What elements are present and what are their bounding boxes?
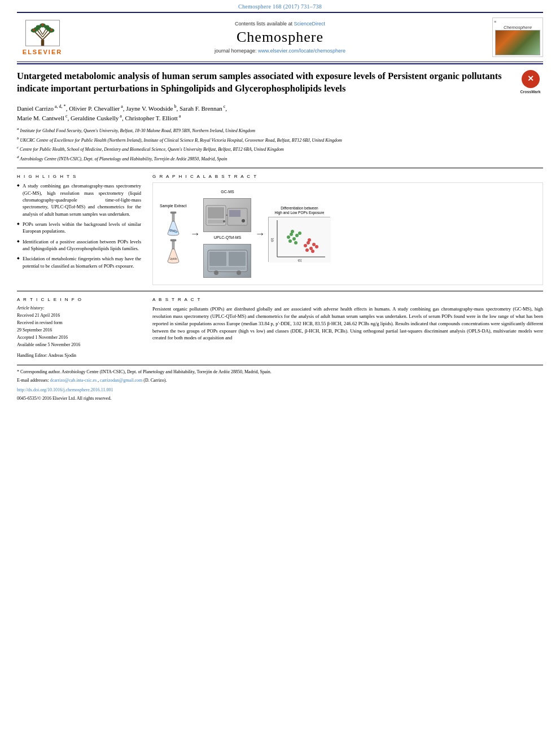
svg-rect-35 [209, 267, 246, 270]
ga-extract-column: Sample Extract POPs [160, 204, 186, 264]
ga-scatter-column: Differentiation betweenHigh and Low POPs… [268, 206, 330, 262]
article-history: Article history: Received 21 April 2016 … [17, 305, 141, 348]
svg-point-54 [308, 238, 311, 242]
svg-point-46 [291, 230, 294, 233]
gcms-label: GC-MS [221, 190, 234, 194]
highlights-heading: H I G H L I G H T S [17, 174, 141, 179]
received-original: Received 21 April 2016 Received in revis… [17, 312, 141, 348]
crossmark-badge[interactable]: ✕ CrossMark [518, 70, 543, 94]
crossmark-icon: ✕ [522, 70, 540, 88]
svg-point-37 [237, 270, 241, 275]
svg-rect-0 [41, 40, 43, 46]
highlight-item-3: Identification of a positive association… [17, 238, 141, 252]
homepage-line: journal homepage: www.elsevier.com/locat… [79, 48, 481, 54]
abstract-section: A B S T R A C T Persistent organic pollu… [152, 297, 543, 358]
journal-cover-top: ≡ [494, 20, 541, 24]
svg-point-27 [223, 220, 225, 222]
svg-text:t[2]: t[2] [270, 238, 274, 242]
svg-text:t[1]: t[1] [298, 259, 303, 262]
svg-point-56 [315, 245, 318, 248]
footer-notes: * Corresponding author. Astrobiology Cen… [0, 369, 560, 408]
article-info: A R T I C L E I N F O Article history: R… [17, 297, 141, 358]
svg-point-15 [50, 29, 53, 31]
ga-arrow-1: → [190, 228, 200, 240]
ga-instruments-column: GC-MS [203, 190, 251, 278]
ga-heading: G R A P H I C A L A B S T R A C T [152, 174, 543, 179]
differentiation-label: Differentiation betweenHigh and Low POPs… [268, 206, 330, 216]
journal-citation: Chemosphere 168 (2017) 731–738 [238, 3, 322, 10]
ga-box: Sample Extract POPs [152, 182, 543, 285]
svg-rect-33 [209, 252, 226, 266]
author-cuskelly: Geraldine Cuskelly [71, 114, 119, 121]
svg-point-53 [312, 243, 316, 246]
article-title: Untargeted metabolomic analysis of human… [17, 70, 543, 95]
svg-point-44 [288, 239, 292, 243]
highlights-section: H I G H L I G H T S A study combining ga… [17, 174, 141, 285]
svg-rect-25 [208, 207, 224, 219]
author-chevallier: Olivier P. Chevallier [69, 104, 120, 111]
contents-line: Contents lists available at ScienceDirec… [79, 21, 481, 27]
svg-point-48 [298, 231, 301, 235]
affil-d: d Astrobiology Centre (INTA-CSIC), Dept.… [17, 154, 543, 163]
elsevier-wordmark: ELSEVIER [23, 49, 62, 55]
abstract-text: Persistent organic pollutants (POPs) are… [152, 305, 543, 342]
highlight-item-4: Elucidation of metabolomic fingerprints … [17, 255, 141, 269]
elsevier-logo: ELSEVIER [17, 19, 68, 55]
doi-link[interactable]: http://dx.doi.org/10.1016/j.chemosphere.… [17, 387, 113, 392]
svg-point-16 [41, 24, 43, 26]
highlights-ga-section: H I G H L I G H T S A study combining ga… [17, 174, 543, 285]
author-elliott: Christopher T. Elliott [125, 114, 177, 121]
svg-point-52 [305, 248, 309, 252]
svg-point-30 [242, 219, 245, 222]
ga-sample-label: Sample Extract [160, 204, 186, 208]
author-woodside: Jayne V. Woodside [126, 104, 173, 111]
svg-text:POPs: POPs [169, 229, 177, 233]
article-info-abstract-section: A R T I C L E I N F O Article history: R… [17, 297, 543, 358]
journal-name: Chemosphere [79, 29, 481, 46]
doi-line: http://dx.doi.org/10.1016/j.chemosphere.… [17, 387, 543, 394]
svg-rect-26 [208, 220, 224, 224]
svg-rect-19 [170, 212, 176, 213]
svg-rect-21 [172, 240, 174, 249]
svg-point-45 [295, 234, 299, 237]
email-link-2[interactable]: carrizodan@gmail.com [100, 378, 143, 383]
page: Chemosphere 168 (2017) 731–738 [0, 0, 560, 747]
journal-header-center: Contents lists available at ScienceDirec… [68, 21, 492, 54]
copyright-line: 0045-6535/© 2016 Elsevier Ltd. All right… [17, 395, 543, 402]
uplc-label: UPLC-QTof-MS [214, 235, 242, 239]
history-label: Article history: [17, 305, 141, 311]
svg-point-49 [304, 244, 307, 247]
email-link-1[interactable]: dcarrizo@cab.inta-csic.es [50, 378, 98, 383]
elsevier-tree-icon [24, 19, 61, 47]
svg-point-43 [292, 237, 296, 241]
svg-point-51 [309, 247, 313, 250]
handling-editor: Handling Editor: Andreas Sjodin [17, 353, 141, 358]
svg-rect-29 [229, 210, 240, 217]
svg-point-36 [214, 270, 218, 275]
article-content: Untargeted metabolomic analysis of human… [0, 64, 560, 358]
sciencedirect-link[interactable]: ScienceDirect [294, 21, 326, 27]
uplc-instrument-image [203, 244, 251, 278]
graphical-abstract-section: G R A P H I C A L A B S T R A C T Sample… [152, 174, 543, 285]
flask-icon: POPs [165, 211, 182, 237]
author-brennan: Sarah F. Brennan [180, 104, 222, 111]
ga-arrow-2: → [255, 228, 265, 240]
svg-point-14 [33, 29, 35, 31]
affil-a: a Institute for Global Food Security, Qu… [17, 126, 543, 134]
author-cantwell: Marie M. Cantwell [17, 114, 64, 121]
section-divider-1 [17, 168, 543, 168]
affil-c: c Centre for Public Health, School of Me… [17, 145, 543, 153]
lipids-flask-icon: Lipids [165, 239, 182, 264]
author-carrizo: Daniel Carrizo [17, 104, 54, 111]
bottom-header-divider [17, 62, 543, 62]
svg-point-55 [311, 250, 314, 253]
chemosphere-mini-label: Chemosphere [504, 25, 532, 30]
email-line: E-mail addresses: dcarrizo@cab.inta-csic… [17, 377, 543, 384]
scatter-plot: t[1] t[2] [268, 217, 330, 262]
crossmark-label: CrossMark [520, 89, 540, 94]
section-divider-2 [17, 291, 543, 291]
homepage-url[interactable]: www.elsevier.com/locate/chemosphere [258, 48, 345, 54]
svg-rect-34 [229, 252, 246, 266]
svg-rect-38 [269, 217, 331, 263]
affiliations: a Institute for Global Food Security, Qu… [17, 126, 543, 163]
